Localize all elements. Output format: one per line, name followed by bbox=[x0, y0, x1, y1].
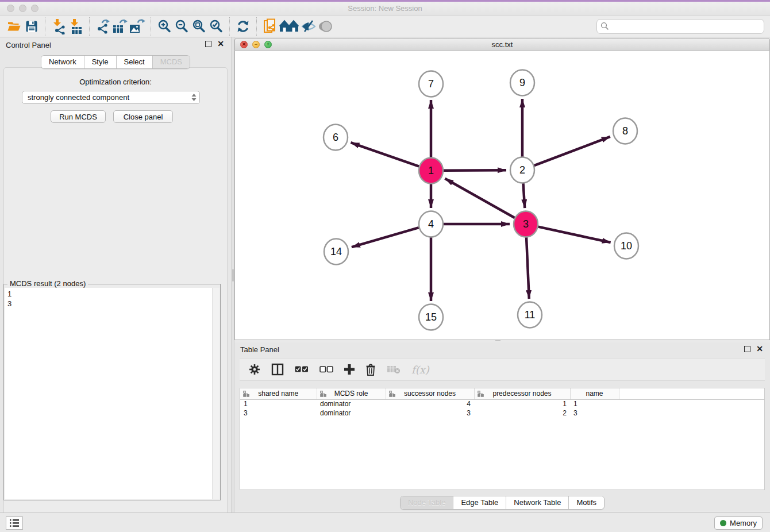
export-image-button[interactable] bbox=[129, 17, 146, 36]
graph-edge-2-3[interactable] bbox=[523, 183, 525, 208]
open-session-button[interactable] bbox=[6, 17, 23, 36]
control-panel-tabs: NetworkStyleSelectMCDS bbox=[0, 55, 231, 69]
zoom-in-button[interactable] bbox=[156, 17, 173, 36]
show-all-button[interactable] bbox=[318, 17, 335, 36]
graph-node-label: 7 bbox=[428, 78, 434, 90]
deselect-all-rows-button[interactable] bbox=[319, 366, 333, 373]
column-header-label: successor nodes bbox=[404, 390, 456, 398]
clone-network-button[interactable] bbox=[261, 17, 279, 36]
tab-select[interactable]: Select bbox=[117, 56, 153, 68]
column-header-successor-nodes[interactable]: successor nodes bbox=[386, 388, 474, 399]
split-columns-icon bbox=[271, 363, 284, 376]
zoom-fit-button[interactable] bbox=[190, 17, 207, 36]
mcds-result-scrollbar[interactable] bbox=[212, 288, 220, 499]
graph-node-11[interactable]: 11 bbox=[518, 302, 542, 328]
network-window-titlebar[interactable]: ✕ − + scc.txt bbox=[234, 38, 770, 51]
table-cell[interactable]: 1 bbox=[240, 399, 317, 408]
graph-node-8[interactable]: 8 bbox=[613, 118, 637, 144]
main-toolbar bbox=[0, 16, 770, 37]
trash-icon bbox=[365, 364, 376, 376]
table-row[interactable]: 3dominator323 bbox=[240, 408, 764, 418]
table-row[interactable]: 1dominator411 bbox=[240, 399, 764, 408]
graph-node-10[interactable]: 10 bbox=[614, 233, 638, 259]
table-cell[interactable]: 3 bbox=[240, 408, 317, 418]
mcds-result-textarea[interactable]: 1 3 bbox=[5, 288, 220, 499]
tab-motifs[interactable]: Motifs bbox=[569, 496, 604, 509]
close-panel-button[interactable]: Close panel bbox=[113, 110, 173, 123]
table-cell[interactable]: 3 bbox=[386, 408, 474, 418]
close-panel-icon[interactable]: ✕ bbox=[756, 346, 763, 352]
graph-edge-3-11[interactable] bbox=[526, 237, 529, 299]
table-cell[interactable]: dominator bbox=[317, 408, 386, 418]
graph-node-9[interactable]: 9 bbox=[510, 70, 534, 96]
graph-node-3[interactable]: 3 bbox=[514, 211, 538, 237]
import-table-button[interactable] bbox=[67, 17, 84, 36]
delete-table-icon bbox=[387, 365, 401, 374]
gear-icon bbox=[249, 364, 260, 375]
export-network-button[interactable] bbox=[94, 17, 111, 36]
open-folder-icon bbox=[7, 20, 22, 33]
graph-node-14[interactable]: 14 bbox=[324, 239, 348, 265]
delete-column-button[interactable] bbox=[365, 364, 376, 376]
graph-node-1[interactable]: 1 bbox=[419, 158, 443, 184]
splitter-handle[interactable] bbox=[232, 269, 234, 282]
save-session-button[interactable] bbox=[23, 17, 40, 36]
graph-edge-2-8[interactable] bbox=[534, 137, 610, 165]
task-history-button[interactable] bbox=[6, 516, 23, 530]
table-cell[interactable]: 1 bbox=[474, 399, 570, 408]
table-cell[interactable]: dominator bbox=[317, 399, 386, 408]
delete-table-button[interactable] bbox=[387, 365, 401, 374]
maximize-network-button[interactable]: + bbox=[264, 41, 272, 48]
table-cell[interactable]: 3 bbox=[570, 408, 619, 418]
criterion-value: strongly connected component bbox=[28, 93, 129, 102]
memory-button[interactable]: Memory bbox=[714, 516, 763, 530]
graph-node-15[interactable]: 15 bbox=[419, 304, 443, 330]
column-header-predecessor-nodes[interactable]: predecessor nodes bbox=[474, 388, 570, 399]
column-header-MCDS-role[interactable]: MCDS role bbox=[317, 388, 386, 399]
graph-node-7[interactable]: 7 bbox=[419, 71, 443, 97]
graph-node-6[interactable]: 6 bbox=[324, 125, 348, 151]
graph-edge-1-2[interactable] bbox=[444, 170, 506, 171]
table-cell[interactable]: 4 bbox=[386, 399, 474, 408]
home-button[interactable] bbox=[279, 17, 301, 36]
unchecked-boxes-icon bbox=[319, 366, 333, 373]
function-builder-button[interactable]: f(x) bbox=[411, 364, 429, 376]
column-header-shared-name[interactable]: shared name bbox=[240, 388, 317, 399]
graph-node-2[interactable]: 2 bbox=[510, 157, 534, 183]
network-canvas[interactable]: 7968124314101511 bbox=[234, 51, 770, 340]
split-panel-button[interactable] bbox=[271, 363, 284, 376]
select-all-rows-button[interactable] bbox=[295, 366, 309, 373]
float-panel-icon[interactable] bbox=[744, 346, 750, 352]
graph-edge-4-14[interactable] bbox=[352, 228, 419, 247]
close-panel-icon[interactable]: ✕ bbox=[217, 41, 224, 47]
search-input[interactable] bbox=[611, 22, 760, 30]
float-panel-icon[interactable] bbox=[205, 41, 211, 47]
minimize-network-button[interactable]: − bbox=[252, 41, 260, 48]
hide-selected-button[interactable] bbox=[301, 17, 318, 36]
tab-node-table[interactable]: Node Table bbox=[401, 496, 454, 509]
table-cell[interactable]: 1 bbox=[570, 399, 619, 408]
graph-edge-3-1[interactable] bbox=[445, 179, 514, 218]
export-table-button[interactable] bbox=[111, 17, 129, 36]
column-header-name[interactable]: name bbox=[570, 388, 619, 399]
control-panel: Control Panel ✕ NetworkStyleSelectMCDS O… bbox=[0, 37, 231, 511]
close-network-button[interactable]: ✕ bbox=[240, 41, 248, 48]
tab-style[interactable]: Style bbox=[84, 56, 117, 68]
graph-node-4[interactable]: 4 bbox=[419, 211, 443, 237]
tab-network-table[interactable]: Network Table bbox=[506, 496, 569, 509]
import-network-button[interactable] bbox=[50, 17, 67, 36]
tab-network[interactable]: Network bbox=[41, 56, 84, 68]
apply-layout-button[interactable] bbox=[234, 17, 252, 36]
graph-edge-1-6[interactable] bbox=[351, 142, 419, 167]
add-column-button[interactable] bbox=[344, 364, 355, 375]
table-cell[interactable]: 2 bbox=[474, 408, 570, 418]
zoom-out-button[interactable] bbox=[173, 17, 190, 36]
tab-mcds[interactable]: MCDS bbox=[153, 56, 190, 68]
graph-edge-3-10[interactable] bbox=[538, 227, 610, 242]
column-settings-button[interactable] bbox=[249, 364, 260, 375]
tab-edge-table[interactable]: Edge Table bbox=[453, 496, 506, 509]
criterion-dropdown[interactable]: strongly connected component bbox=[22, 91, 200, 104]
search-box[interactable] bbox=[596, 19, 764, 34]
zoom-selected-button[interactable] bbox=[207, 17, 225, 36]
run-mcds-button[interactable]: Run MCDS bbox=[51, 110, 106, 123]
